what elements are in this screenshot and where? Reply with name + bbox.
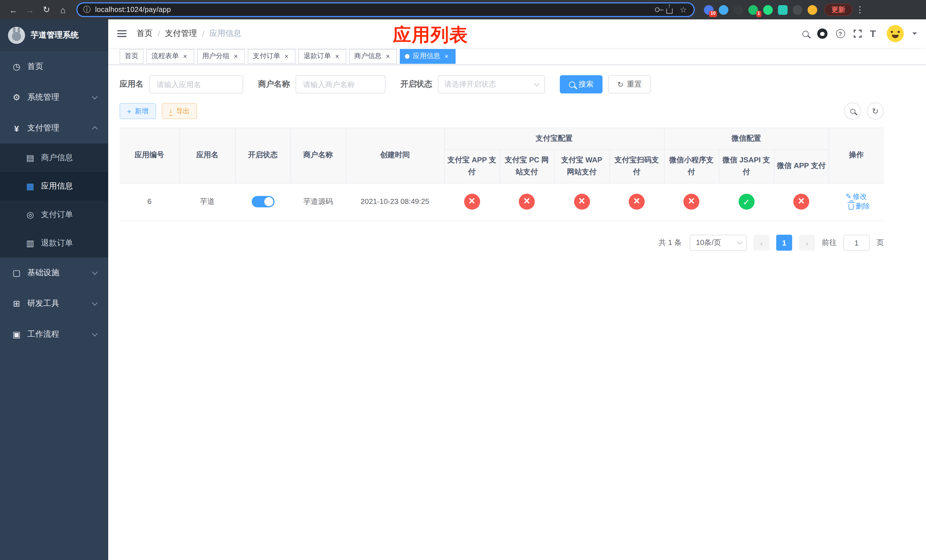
sidebar-item-payment[interactable]: ¥ 支付管理 bbox=[0, 113, 108, 144]
payment-submenu: ▤ 商户信息 ▦ 应用信息 ◎ 支付订单 ▥ 退款订单 bbox=[0, 144, 108, 257]
annotation-app-list: 应用列表 bbox=[393, 23, 468, 48]
cell-app-name: 芋道 bbox=[179, 183, 235, 221]
card-icon: ▤ bbox=[25, 153, 35, 163]
url-bar[interactable]: ⓘ localhost:1024/pay/app ☆ bbox=[76, 2, 695, 17]
sidebar-item-label: 工作流程 bbox=[27, 329, 59, 339]
sidebar-item-system[interactable]: ⚙ 系统管理 bbox=[0, 82, 108, 113]
share-icon[interactable] bbox=[667, 9, 673, 14]
chevron-up-icon bbox=[92, 126, 98, 132]
tab-process-form[interactable]: 流程表单× bbox=[146, 49, 194, 64]
extensions-area: 10 1 bbox=[704, 5, 817, 15]
url-text[interactable]: localhost:1024/pay/app bbox=[95, 6, 651, 14]
tags-view-bar: 首页 流程表单× 用户分组× 支付订单× 退款订单× 商户信息× 应用信息× bbox=[108, 48, 926, 65]
password-key-icon[interactable] bbox=[655, 8, 660, 12]
delete-link[interactable]: 删除 bbox=[848, 202, 870, 212]
merchant-name-input[interactable] bbox=[295, 75, 386, 94]
col-group-wechat: 微信配置 bbox=[664, 128, 829, 150]
help-icon[interactable] bbox=[836, 29, 845, 38]
search-icon[interactable] bbox=[802, 30, 808, 37]
tab-app-info[interactable]: 应用信息× bbox=[400, 49, 455, 64]
edit-link[interactable]: ✎修改 bbox=[846, 192, 867, 202]
font-size-icon[interactable]: T bbox=[870, 29, 876, 38]
toggle-search-button[interactable] bbox=[844, 103, 861, 120]
breadcrumb-separator: / bbox=[202, 29, 204, 38]
site-info-icon[interactable]: ⓘ bbox=[83, 5, 91, 15]
search-icon bbox=[569, 81, 575, 88]
next-page-button[interactable]: › bbox=[799, 235, 815, 251]
tab-refund-orders[interactable]: 退款订单× bbox=[298, 49, 346, 64]
close-icon[interactable]: × bbox=[181, 52, 189, 60]
chevron-down-icon bbox=[92, 300, 98, 306]
browser-back-icon[interactable]: ← bbox=[6, 2, 21, 17]
tab-label: 支付订单 bbox=[253, 51, 280, 61]
extension-icon[interactable] bbox=[719, 5, 728, 15]
reset-button[interactable]: ↻ 重置 bbox=[608, 75, 651, 94]
chevron-down-icon[interactable] bbox=[912, 32, 917, 37]
extension-icon[interactable]: 10 bbox=[704, 5, 714, 15]
current-page-button[interactable]: 1 bbox=[776, 235, 792, 251]
prev-page-button[interactable]: ‹ bbox=[754, 235, 769, 251]
sidebar-item-label: 商户信息 bbox=[41, 153, 73, 163]
navbar: 首页 / 支付管理 / 应用信息 应用列表 T bbox=[108, 20, 926, 48]
close-icon[interactable]: × bbox=[283, 52, 291, 60]
enabled-toggle[interactable] bbox=[251, 196, 274, 207]
cell-app-id: 6 bbox=[120, 183, 179, 221]
refresh-button[interactable]: ↻ bbox=[867, 103, 884, 120]
close-icon[interactable]: × bbox=[232, 52, 240, 60]
close-icon[interactable]: × bbox=[333, 52, 341, 60]
browser-update-button[interactable]: 更新 bbox=[824, 3, 853, 16]
page-size-select[interactable]: 10条/页 bbox=[690, 235, 747, 251]
extension-icon[interactable] bbox=[778, 5, 788, 15]
sidebar-item-label: 研发工具 bbox=[27, 298, 59, 309]
sidebar-item-merchant-info[interactable]: ▤ 商户信息 bbox=[0, 144, 108, 172]
extension-icon[interactable] bbox=[793, 5, 802, 15]
browser-reload-icon[interactable]: ↻ bbox=[39, 2, 54, 17]
breadcrumb-home[interactable]: 首页 bbox=[137, 29, 153, 39]
sidebar-item-pay-orders[interactable]: ◎ 支付订单 bbox=[0, 201, 108, 229]
status-select[interactable]: 请选择开启状态 bbox=[438, 75, 545, 94]
gear-icon: ⚙ bbox=[11, 92, 22, 103]
goto-page-input[interactable] bbox=[843, 235, 870, 251]
sidebar-logo[interactable]: 芋道管理系统 bbox=[0, 20, 108, 51]
tab-user-group[interactable]: 用户分组× bbox=[197, 49, 245, 64]
extension-icon[interactable]: 1 bbox=[748, 5, 758, 15]
delete-link-label: 删除 bbox=[856, 202, 870, 212]
dashboard-icon: ◷ bbox=[11, 62, 22, 72]
breadcrumb-payment[interactable]: 支付管理 bbox=[165, 29, 197, 39]
sidebar-item-dev-tools[interactable]: ⊞ 研发工具 bbox=[0, 288, 108, 319]
bookmark-star-icon[interactable]: ☆ bbox=[680, 5, 687, 14]
alipay-wap-status-icon bbox=[574, 194, 590, 210]
close-icon[interactable]: × bbox=[442, 52, 451, 60]
breadcrumb-current: 应用信息 bbox=[210, 29, 242, 39]
sidebar-item-label: 基础设施 bbox=[27, 268, 59, 278]
sidebar-item-infrastructure[interactable]: ▢ 基础设施 bbox=[0, 257, 108, 288]
avatar[interactable] bbox=[887, 25, 904, 42]
col-header-alipay-wap: 支付宝 WAP 网站支付 bbox=[554, 150, 609, 183]
browser-home-icon[interactable]: ⌂ bbox=[55, 2, 71, 17]
extension-icon[interactable] bbox=[734, 5, 743, 15]
fullscreen-icon[interactable] bbox=[853, 30, 861, 38]
export-button[interactable]: ↓ 导出 bbox=[162, 103, 197, 119]
extension-icon[interactable] bbox=[808, 5, 817, 15]
tab-label: 流程表单 bbox=[151, 51, 179, 61]
add-button[interactable]: + 新增 bbox=[120, 103, 156, 119]
app-name-input[interactable] bbox=[149, 75, 243, 94]
github-icon[interactable] bbox=[817, 29, 827, 39]
monitor-icon: ▢ bbox=[11, 268, 22, 278]
search-button[interactable]: 搜索 bbox=[560, 75, 602, 94]
browser-menu-icon[interactable]: ⋮ bbox=[854, 5, 866, 15]
close-icon[interactable]: × bbox=[384, 52, 392, 60]
hamburger-icon[interactable] bbox=[117, 33, 126, 34]
tab-merchant-info[interactable]: 商户信息× bbox=[349, 49, 397, 64]
sidebar-item-home[interactable]: ◷ 首页 bbox=[0, 51, 108, 82]
goto-suffix: 页 bbox=[876, 238, 884, 248]
extension-icon[interactable] bbox=[763, 5, 773, 15]
browser-forward-icon[interactable]: → bbox=[22, 2, 38, 17]
tab-pay-orders[interactable]: 支付订单× bbox=[248, 49, 295, 64]
sidebar-item-workflow[interactable]: ▣ 工作流程 bbox=[0, 319, 108, 350]
sidebar-item-app-info[interactable]: ▦ 应用信息 bbox=[0, 172, 108, 201]
sidebar-item-label: 支付订单 bbox=[41, 210, 73, 220]
col-header-actions: 操作 bbox=[829, 128, 884, 183]
tab-home[interactable]: 首页 bbox=[120, 49, 144, 64]
sidebar-item-refund-orders[interactable]: ▥ 退款订单 bbox=[0, 229, 108, 257]
